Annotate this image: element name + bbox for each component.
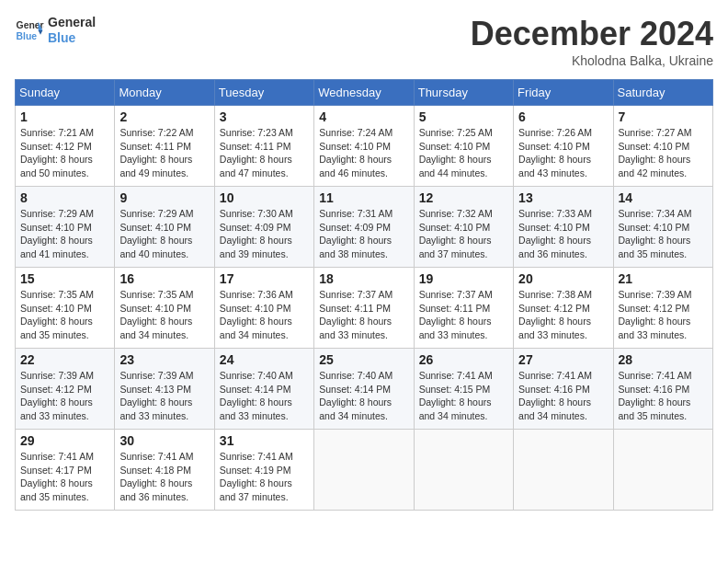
day-info: Sunrise: 7:38 AM Sunset: 4:12 PM Dayligh…: [518, 288, 608, 342]
week-row-1: 1 Sunrise: 7:21 AM Sunset: 4:12 PM Dayli…: [16, 106, 713, 187]
day-number: 16: [119, 271, 209, 286]
day-info: Sunrise: 7:32 AM Sunset: 4:10 PM Dayligh…: [419, 207, 508, 261]
weekday-sunday: Sunday: [16, 80, 115, 106]
day-number: 13: [518, 190, 608, 205]
day-number: 29: [20, 433, 109, 448]
day-cell-4: 4 Sunrise: 7:24 AM Sunset: 4:10 PM Dayli…: [314, 106, 414, 187]
svg-marker-3: [39, 30, 43, 35]
location-subtitle: Kholodna Balka, Ukraine: [471, 53, 713, 68]
weekday-saturday: Saturday: [613, 80, 712, 106]
day-cell-1: 1 Sunrise: 7:21 AM Sunset: 4:12 PM Dayli…: [16, 106, 115, 187]
day-number: 7: [619, 109, 708, 124]
calendar-body: 1 Sunrise: 7:21 AM Sunset: 4:12 PM Dayli…: [16, 106, 713, 511]
day-cell-11: 11 Sunrise: 7:31 AM Sunset: 4:09 PM Dayl…: [314, 187, 414, 268]
day-number: 1: [20, 109, 109, 124]
day-info: Sunrise: 7:41 AM Sunset: 4:19 PM Dayligh…: [220, 450, 309, 504]
day-number: 19: [419, 271, 508, 286]
day-number: 24: [220, 352, 309, 367]
logo-text-line2: Blue: [48, 30, 96, 46]
day-info: Sunrise: 7:26 AM Sunset: 4:10 PM Dayligh…: [518, 126, 608, 180]
day-info: Sunrise: 7:31 AM Sunset: 4:09 PM Dayligh…: [319, 207, 408, 261]
logo-text-line1: General: [48, 15, 96, 30]
day-info: Sunrise: 7:29 AM Sunset: 4:10 PM Dayligh…: [20, 207, 109, 261]
day-cell-22: 22 Sunrise: 7:39 AM Sunset: 4:12 PM Dayl…: [16, 349, 115, 430]
day-number: 17: [220, 271, 309, 286]
day-info: Sunrise: 7:21 AM Sunset: 4:12 PM Dayligh…: [20, 126, 109, 180]
day-cell-5: 5 Sunrise: 7:25 AM Sunset: 4:10 PM Dayli…: [414, 106, 513, 187]
day-cell-24: 24 Sunrise: 7:40 AM Sunset: 4:14 PM Dayl…: [214, 349, 313, 430]
day-number: 12: [419, 190, 508, 205]
day-info: Sunrise: 7:41 AM Sunset: 4:17 PM Dayligh…: [20, 450, 109, 504]
day-number: 22: [20, 352, 109, 367]
day-cell-26: 26 Sunrise: 7:41 AM Sunset: 4:15 PM Dayl…: [414, 349, 513, 430]
day-number: 20: [518, 271, 608, 286]
day-cell-7: 7 Sunrise: 7:27 AM Sunset: 4:10 PM Dayli…: [613, 106, 712, 187]
day-info: Sunrise: 7:23 AM Sunset: 4:11 PM Dayligh…: [220, 126, 309, 180]
weekday-header-row: SundayMondayTuesdayWednesdayThursdayFrid…: [16, 80, 713, 106]
day-number: 2: [119, 109, 209, 124]
weekday-thursday: Thursday: [414, 80, 513, 106]
day-number: 11: [319, 190, 408, 205]
day-info: Sunrise: 7:34 AM Sunset: 4:10 PM Dayligh…: [619, 207, 708, 261]
day-info: Sunrise: 7:35 AM Sunset: 4:10 PM Dayligh…: [20, 288, 109, 342]
day-cell-31: 31 Sunrise: 7:41 AM Sunset: 4:19 PM Dayl…: [214, 430, 313, 511]
empty-cell: [314, 430, 414, 511]
logo-icon: General Blue: [15, 16, 44, 45]
week-row-5: 29 Sunrise: 7:41 AM Sunset: 4:17 PM Dayl…: [16, 430, 713, 511]
day-cell-19: 19 Sunrise: 7:37 AM Sunset: 4:11 PM Dayl…: [414, 268, 513, 349]
day-number: 9: [119, 190, 209, 205]
title-block: December 2024 Kholodna Balka, Ukraine: [471, 15, 713, 68]
day-info: Sunrise: 7:35 AM Sunset: 4:10 PM Dayligh…: [119, 288, 209, 342]
empty-cell: [414, 430, 513, 511]
day-cell-21: 21 Sunrise: 7:39 AM Sunset: 4:12 PM Dayl…: [613, 268, 712, 349]
day-cell-9: 9 Sunrise: 7:29 AM Sunset: 4:10 PM Dayli…: [115, 187, 214, 268]
day-cell-30: 30 Sunrise: 7:41 AM Sunset: 4:18 PM Dayl…: [115, 430, 214, 511]
day-number: 5: [419, 109, 508, 124]
day-cell-25: 25 Sunrise: 7:40 AM Sunset: 4:14 PM Dayl…: [314, 349, 414, 430]
day-info: Sunrise: 7:37 AM Sunset: 4:11 PM Dayligh…: [419, 288, 508, 342]
day-info: Sunrise: 7:33 AM Sunset: 4:10 PM Dayligh…: [518, 207, 608, 261]
day-info: Sunrise: 7:36 AM Sunset: 4:10 PM Dayligh…: [220, 288, 309, 342]
logo: General Blue General Blue: [15, 15, 96, 46]
day-number: 21: [619, 271, 708, 286]
day-number: 4: [319, 109, 408, 124]
page-header: General Blue General Blue December 2024 …: [15, 15, 713, 68]
day-info: Sunrise: 7:25 AM Sunset: 4:10 PM Dayligh…: [419, 126, 508, 180]
day-number: 14: [619, 190, 708, 205]
empty-cell: [613, 430, 712, 511]
day-cell-16: 16 Sunrise: 7:35 AM Sunset: 4:10 PM Dayl…: [115, 268, 214, 349]
weekday-monday: Monday: [115, 80, 214, 106]
day-number: 26: [419, 352, 508, 367]
day-info: Sunrise: 7:39 AM Sunset: 4:12 PM Dayligh…: [619, 288, 708, 342]
day-info: Sunrise: 7:27 AM Sunset: 4:10 PM Dayligh…: [619, 126, 708, 180]
weekday-tuesday: Tuesday: [214, 80, 313, 106]
day-number: 27: [518, 352, 608, 367]
day-info: Sunrise: 7:41 AM Sunset: 4:18 PM Dayligh…: [119, 450, 209, 504]
day-cell-29: 29 Sunrise: 7:41 AM Sunset: 4:17 PM Dayl…: [16, 430, 115, 511]
day-number: 28: [619, 352, 708, 367]
day-cell-15: 15 Sunrise: 7:35 AM Sunset: 4:10 PM Dayl…: [16, 268, 115, 349]
day-info: Sunrise: 7:41 AM Sunset: 4:15 PM Dayligh…: [419, 369, 508, 423]
day-cell-20: 20 Sunrise: 7:38 AM Sunset: 4:12 PM Dayl…: [514, 268, 613, 349]
week-row-2: 8 Sunrise: 7:29 AM Sunset: 4:10 PM Dayli…: [16, 187, 713, 268]
day-cell-17: 17 Sunrise: 7:36 AM Sunset: 4:10 PM Dayl…: [214, 268, 313, 349]
day-cell-27: 27 Sunrise: 7:41 AM Sunset: 4:16 PM Dayl…: [514, 349, 613, 430]
weekday-friday: Friday: [514, 80, 613, 106]
day-cell-14: 14 Sunrise: 7:34 AM Sunset: 4:10 PM Dayl…: [613, 187, 712, 268]
day-number: 31: [220, 433, 309, 448]
day-cell-3: 3 Sunrise: 7:23 AM Sunset: 4:11 PM Dayli…: [214, 106, 313, 187]
month-title: December 2024: [471, 15, 713, 53]
day-cell-28: 28 Sunrise: 7:41 AM Sunset: 4:16 PM Dayl…: [613, 349, 712, 430]
day-info: Sunrise: 7:22 AM Sunset: 4:11 PM Dayligh…: [119, 126, 209, 180]
day-cell-6: 6 Sunrise: 7:26 AM Sunset: 4:10 PM Dayli…: [514, 106, 613, 187]
day-info: Sunrise: 7:29 AM Sunset: 4:10 PM Dayligh…: [119, 207, 209, 261]
day-cell-10: 10 Sunrise: 7:30 AM Sunset: 4:09 PM Dayl…: [214, 187, 313, 268]
day-info: Sunrise: 7:39 AM Sunset: 4:13 PM Dayligh…: [119, 369, 209, 423]
day-info: Sunrise: 7:37 AM Sunset: 4:11 PM Dayligh…: [319, 288, 408, 342]
day-cell-12: 12 Sunrise: 7:32 AM Sunset: 4:10 PM Dayl…: [414, 187, 513, 268]
day-number: 8: [20, 190, 109, 205]
svg-text:Blue: Blue: [17, 30, 38, 40]
day-number: 10: [220, 190, 309, 205]
day-cell-8: 8 Sunrise: 7:29 AM Sunset: 4:10 PM Dayli…: [16, 187, 115, 268]
day-cell-23: 23 Sunrise: 7:39 AM Sunset: 4:13 PM Dayl…: [115, 349, 214, 430]
